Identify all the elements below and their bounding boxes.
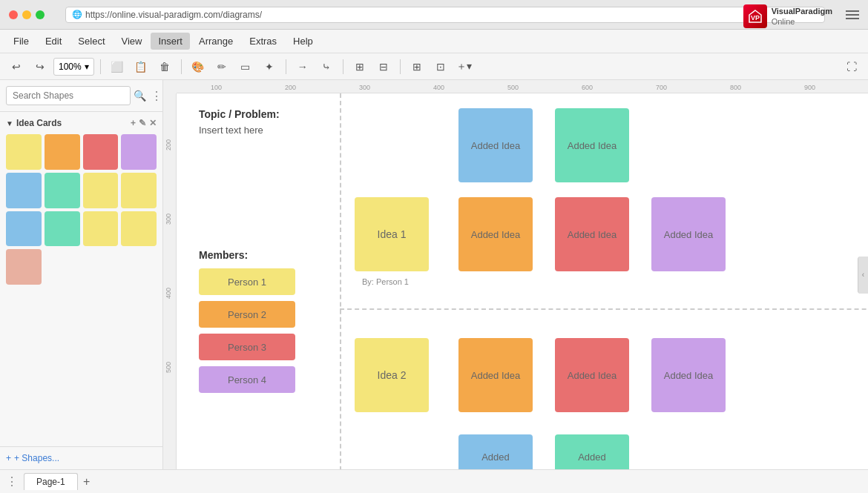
member-person-3[interactable]: Person 3 <box>199 334 295 360</box>
ruler-mark-400: 400 <box>433 84 444 91</box>
added-idea-r2c1[interactable]: Added Idea <box>458 338 533 412</box>
bottom-bar: ⋮ Page-1 + <box>0 469 868 493</box>
zoom-arrow: ▾ <box>85 62 89 72</box>
added-idea-r2c2[interactable]: Added Idea <box>555 338 629 412</box>
page-tab-1[interactable]: Page-1 <box>24 473 78 490</box>
idea-card-2[interactable]: Idea 2 <box>355 338 429 412</box>
topic-text[interactable]: Insert text here <box>199 125 280 136</box>
grid-button[interactable]: ⊞ <box>407 57 427 76</box>
idea-card-1[interactable]: Idea 1 <box>355 197 429 271</box>
shape-teal-2[interactable] <box>45 211 80 247</box>
added-idea-r1c1[interactable]: Added Idea <box>458 197 533 271</box>
hamburger-menu[interactable] <box>846 10 859 19</box>
add-shapes-button[interactable]: + + Shapes... <box>6 453 157 463</box>
add-page-button[interactable]: + <box>78 473 96 491</box>
added-idea-r1b2[interactable]: Added Idea <box>555 108 629 182</box>
canvas-wrapper: 100 200 300 400 500 600 700 800 900 200 … <box>163 80 868 469</box>
search-options-icon[interactable]: ⋮ <box>151 89 162 103</box>
canvas-area: 200 300 400 500 Topic / Problem: Insert … <box>163 93 868 469</box>
shape-blue-2[interactable] <box>6 211 42 247</box>
section-add-icon[interactable]: + <box>131 118 136 128</box>
vp-logo-icon: VP <box>743 4 767 28</box>
search-icon[interactable]: 🔍 <box>134 90 146 102</box>
ruler-mark-900: 900 <box>804 84 815 91</box>
zoom-value: 100% <box>59 62 82 72</box>
section-collapse-icon[interactable]: ▼ <box>6 119 13 128</box>
member-person-4[interactable]: Person 4 <box>199 366 295 393</box>
added-idea-r1b1[interactable]: Added Idea <box>458 108 533 182</box>
shape-red-1[interactable] <box>83 134 119 170</box>
ruler-left-200: 200 <box>165 139 172 150</box>
shape-yellow-5[interactable] <box>121 211 157 247</box>
shape-blue-1[interactable] <box>6 173 42 208</box>
page-tabs: Page-1 <box>24 473 78 490</box>
member-person-1[interactable]: Person 1 <box>199 268 295 295</box>
section-close-icon[interactable]: ✕ <box>149 118 157 128</box>
vp-logo-text: VisualParadigm Online <box>772 6 832 27</box>
ruler-mark-800: 800 <box>730 84 741 91</box>
align-button[interactable]: ⊞ <box>349 57 370 76</box>
ruler-mark-200: 200 <box>285 84 296 91</box>
added-idea-r3c2[interactable]: Added <box>555 434 629 469</box>
right-collapse-button[interactable]: ‹ <box>858 257 868 294</box>
vp-logo: VP VisualParadigm Online <box>743 4 832 28</box>
canvas-scroll[interactable]: Topic / Problem: Insert text here Member… <box>177 93 868 469</box>
snap-button[interactable]: ⊡ <box>430 57 451 76</box>
fill-button[interactable]: 🎨 <box>188 57 208 76</box>
menu-edit[interactable]: Edit <box>38 33 69 50</box>
fullscreen-button[interactable]: ⛶ <box>841 57 862 76</box>
added-idea-r3c1[interactable]: Added <box>458 434 533 469</box>
line-button[interactable]: ✏ <box>211 57 232 76</box>
connector-button[interactable]: → <box>292 57 313 76</box>
delete-button[interactable]: 🗑 <box>154 57 175 76</box>
ruler-mark-300: 300 <box>359 84 370 91</box>
paste-button[interactable]: 📋 <box>131 57 151 76</box>
shape-yellow-1[interactable] <box>6 134 42 170</box>
toolbar-separator-4 <box>343 59 343 74</box>
ruler-mark-700: 700 <box>656 84 667 91</box>
copy-button[interactable]: ⬜ <box>107 57 128 76</box>
member-person-2[interactable]: Person 2 <box>199 301 295 328</box>
menu-extras[interactable]: Extras <box>242 33 284 50</box>
added-idea-r2c3[interactable]: Added Idea <box>651 338 726 412</box>
section-edit-icon[interactable]: ✎ <box>139 118 146 128</box>
shape-teal-1[interactable] <box>45 173 80 208</box>
shape-yellow-2[interactable] <box>83 173 119 208</box>
search-input[interactable] <box>6 86 131 105</box>
undo-button[interactable]: ↩ <box>6 57 27 76</box>
add-shapes-label: + Shapes... <box>14 453 59 463</box>
menu-select[interactable]: Select <box>70 33 112 50</box>
close-button[interactable] <box>9 10 18 19</box>
shape-salmon-1[interactable] <box>6 249 42 285</box>
dots-menu[interactable]: ⋮ <box>6 474 18 489</box>
shape-yellow-3[interactable] <box>121 173 157 208</box>
topic-label: Topic / Problem: <box>199 108 280 120</box>
zoom-control[interactable]: 100% ▾ <box>53 58 94 76</box>
minimize-button[interactable] <box>22 10 31 19</box>
section-title: Idea Cards <box>16 118 131 128</box>
menu-help[interactable]: Help <box>286 33 320 50</box>
menu-insert[interactable]: Insert <box>151 33 190 50</box>
shape-orange-1[interactable] <box>45 134 80 170</box>
connector2-button[interactable]: ⤷ <box>316 57 337 76</box>
added-idea-r1c3[interactable]: Added Idea <box>651 197 726 271</box>
shape-yellow-4[interactable] <box>83 211 119 247</box>
menu-file[interactable]: File <box>6 33 36 50</box>
main-layout: 🔍 ⋮ ▼ Idea Cards + ✎ ✕ <box>0 80 868 469</box>
added-idea-r1c2[interactable]: Added Idea <box>555 197 629 271</box>
ruler-top: 100 200 300 400 500 600 700 800 900 <box>177 80 868 93</box>
add-icon: + <box>6 453 11 463</box>
url-bar[interactable]: 🌐 https://online.visual-paradigm.com/dia… <box>65 7 825 23</box>
menu-view[interactable]: View <box>114 33 150 50</box>
add-button[interactable]: ＋▾ <box>454 57 475 76</box>
shape-purple-1[interactable] <box>121 134 157 170</box>
redo-button[interactable]: ↪ <box>30 57 50 76</box>
menu-arrange[interactable]: Arrange <box>191 33 240 50</box>
divider-horizontal-1 <box>340 308 868 310</box>
maximize-button[interactable] <box>36 10 45 19</box>
toolbar-separator-1 <box>100 59 101 74</box>
star-button[interactable]: ✦ <box>259 57 280 76</box>
rect-button[interactable]: ▭ <box>235 57 256 76</box>
distribute-button[interactable]: ⊟ <box>373 57 394 76</box>
search-box: 🔍 ⋮ <box>0 80 162 112</box>
